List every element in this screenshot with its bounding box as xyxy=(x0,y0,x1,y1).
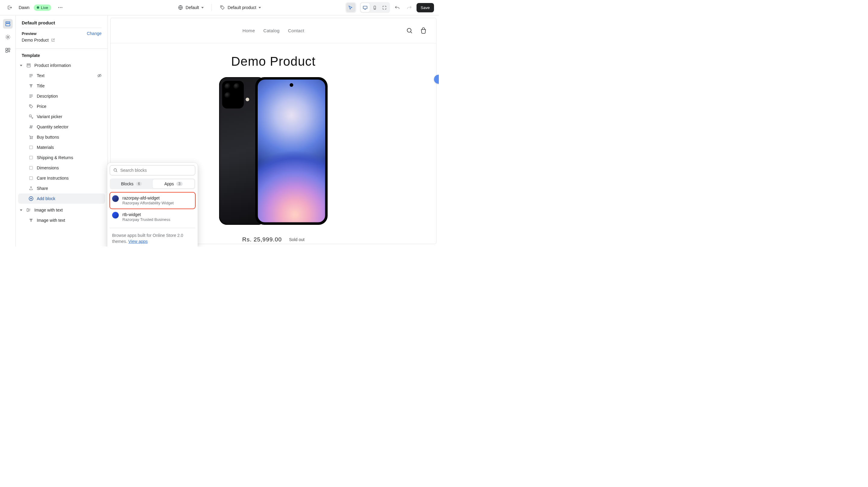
section-tree: Product information Text Title Descripti… xyxy=(16,60,107,232)
change-preview-link[interactable]: Change xyxy=(87,31,101,36)
app-item-subtitle: Razorpay Trusted Business xyxy=(122,217,170,222)
caret-down-icon xyxy=(20,65,22,66)
svg-rect-15 xyxy=(27,65,30,67)
nav-link-catalog[interactable]: Catalog xyxy=(264,28,280,33)
more-actions-button[interactable] xyxy=(56,3,65,12)
fullscreen-view-button[interactable] xyxy=(380,3,389,12)
svg-point-17 xyxy=(30,105,31,106)
svg-rect-23 xyxy=(30,166,33,170)
svg-point-7 xyxy=(375,8,375,9)
block-text[interactable]: Text xyxy=(18,70,105,81)
search-input[interactable] xyxy=(120,168,192,173)
save-button[interactable]: Save xyxy=(416,3,434,12)
topbar-left: Dawn Live xyxy=(5,3,65,12)
block-image-with-text[interactable]: Image with text xyxy=(18,215,105,225)
left-rail xyxy=(0,16,16,246)
sidebar: Default product Preview Change Demo Prod… xyxy=(16,16,108,246)
app-item-rtb[interactable]: rtb-widget Razorpay Trusted Business xyxy=(110,209,195,225)
hidden-icon[interactable] xyxy=(97,73,102,78)
svg-point-2 xyxy=(61,7,62,8)
block-materials[interactable]: Materials xyxy=(18,142,105,152)
block-shipping-returns[interactable]: Shipping & Returns xyxy=(18,152,105,163)
default-context-dropdown[interactable]: Default xyxy=(176,4,206,11)
app-item-razorpay-afd[interactable]: razorpay-afd-widget Razorpay Affordabili… xyxy=(110,192,195,209)
block-label: Title xyxy=(37,84,44,88)
add-block-button[interactable]: Add block xyxy=(18,193,105,204)
live-label: Live xyxy=(41,5,48,10)
collapsible-icon xyxy=(28,145,34,150)
block-apps-tabs: Blocks 6 Apps 3 xyxy=(110,178,195,189)
block-care-instructions[interactable]: Care Instructions xyxy=(18,173,105,183)
block-label: Materials xyxy=(37,145,54,150)
tab-blocks-label: Blocks xyxy=(121,181,133,186)
svg-point-1 xyxy=(60,7,61,8)
collapsible-icon xyxy=(28,155,34,160)
exit-button[interactable] xyxy=(5,3,14,12)
desktop-view-button[interactable] xyxy=(361,3,370,12)
block-price[interactable]: Price xyxy=(18,101,105,112)
collapsible-icon xyxy=(28,175,34,181)
divider xyxy=(110,228,195,228)
sections-tab[interactable] xyxy=(3,19,13,29)
topbar-right: Save xyxy=(345,2,434,13)
template-dropdown[interactable]: Default product xyxy=(218,4,263,11)
template-heading: Template xyxy=(16,49,107,60)
preview-product-link[interactable]: Demo Product xyxy=(16,36,107,47)
block-label: Shipping & Returns xyxy=(37,155,73,160)
svg-rect-22 xyxy=(30,156,33,159)
svg-point-0 xyxy=(58,7,59,8)
section-image-with-text[interactable]: Image with text xyxy=(18,205,105,215)
block-title[interactable]: Title xyxy=(18,81,105,91)
nav-link-contact[interactable]: Contact xyxy=(288,28,304,33)
block-label: Share xyxy=(37,186,48,191)
svg-rect-14 xyxy=(27,64,30,64)
block-label: Buy buttons xyxy=(37,135,59,140)
title-icon xyxy=(28,218,34,223)
section-product-information[interactable]: Product information xyxy=(18,60,105,70)
tab-apps[interactable]: Apps 3 xyxy=(153,179,194,188)
redo-button[interactable] xyxy=(404,3,414,12)
nav-link-home[interactable]: Home xyxy=(243,28,255,33)
tab-blocks[interactable]: Blocks 6 xyxy=(111,179,153,188)
block-buy-buttons[interactable]: Buy buttons xyxy=(18,132,105,142)
cart-icon[interactable] xyxy=(420,27,427,34)
block-label: Text xyxy=(37,73,44,78)
block-description[interactable]: Description xyxy=(18,91,105,101)
image-text-section-icon xyxy=(26,207,31,213)
live-badge: Live xyxy=(34,4,51,11)
share-icon xyxy=(28,186,34,191)
add-block-label: Add block xyxy=(37,196,55,201)
app-embeds-tab[interactable] xyxy=(3,45,13,55)
default-context-label: Default xyxy=(186,5,199,10)
block-variant-picker[interactable]: Variant picker xyxy=(18,112,105,122)
chevron-down-icon xyxy=(258,7,261,8)
chevron-down-icon xyxy=(201,7,204,8)
section-label: Product information xyxy=(34,63,71,68)
app-icon xyxy=(112,212,119,218)
title-icon xyxy=(28,83,34,89)
text-lines-icon xyxy=(28,93,34,99)
theme-settings-tab[interactable] xyxy=(3,32,13,42)
tab-apps-label: Apps xyxy=(164,181,174,186)
inspector-button[interactable] xyxy=(346,3,355,12)
plus-circle-icon xyxy=(28,196,34,201)
phone-front-illustration xyxy=(255,77,328,225)
search-icon[interactable] xyxy=(406,27,413,34)
block-quantity-selector[interactable]: Quantity selector xyxy=(18,122,105,132)
block-share[interactable]: Share xyxy=(18,183,105,193)
section-label: Image with text xyxy=(34,208,63,212)
block-dimensions[interactable]: Dimensions xyxy=(18,163,105,173)
search-blocks-field[interactable] xyxy=(110,165,195,175)
storefront-nav: Home Catalog Contact xyxy=(243,28,304,33)
view-apps-link[interactable]: View apps xyxy=(128,239,148,244)
svg-rect-13 xyxy=(6,51,7,53)
search-icon xyxy=(113,168,118,173)
app-item-name: razorpay-afd-widget xyxy=(122,195,174,201)
mobile-view-button[interactable] xyxy=(370,3,379,12)
preview-label: Preview xyxy=(22,31,36,36)
storefront-header: Home Catalog Contact xyxy=(111,18,436,43)
block-label: Quantity selector xyxy=(37,124,68,129)
undo-button[interactable] xyxy=(393,3,402,12)
popover-footer: Browse apps built for Online Store 2.0 t… xyxy=(110,231,195,246)
block-label: Care Instructions xyxy=(37,176,69,181)
